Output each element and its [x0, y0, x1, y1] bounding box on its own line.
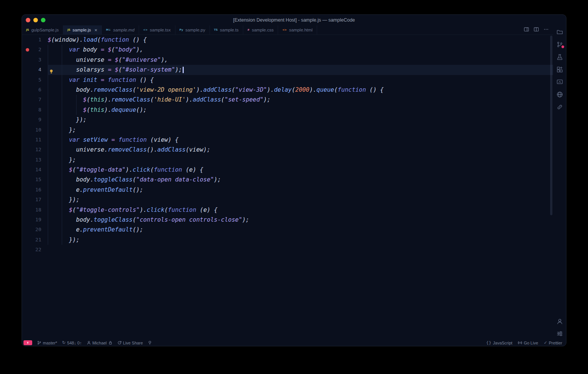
- code-line[interactable]: $(window).load(function () {: [48, 35, 553, 45]
- editor-line: 4solarsys = $("#solar-system");: [22, 65, 553, 75]
- code-line[interactable]: $("#toggle-data").click(function (e) {: [48, 165, 553, 175]
- code-line[interactable]: };: [48, 125, 553, 135]
- activity-test-beaker[interactable]: [555, 54, 564, 61]
- gutter[interactable]: 10: [22, 125, 48, 135]
- activity-extensions[interactable]: [555, 67, 564, 74]
- gutter[interactable]: 7: [22, 95, 48, 105]
- gutter[interactable]: 6: [22, 85, 48, 95]
- code-line[interactable]: };: [48, 155, 553, 165]
- status-item-session-probe[interactable]: [148, 341, 152, 345]
- status-label: Prettier: [549, 341, 562, 345]
- tab-sample.css[interactable]: #sample.css: [243, 25, 278, 34]
- tab-sample.js[interactable]: JSsample.js×: [63, 25, 102, 34]
- close-window-button[interactable]: [26, 18, 30, 22]
- gutter[interactable]: 11: [22, 135, 48, 145]
- code-line[interactable]: var setView = function (view) {: [48, 135, 553, 145]
- breakpoint-dot[interactable]: [26, 48, 29, 52]
- code-line[interactable]: var body = $("body"),: [48, 45, 553, 55]
- tab-sample.md[interactable]: M↓sample.md: [102, 25, 139, 34]
- tab-sample.html[interactable]: <>sample.html: [278, 25, 317, 34]
- activity-globe[interactable]: [555, 92, 564, 99]
- activity-explorer-folder[interactable]: [555, 29, 564, 36]
- code-line[interactable]: body.toggleClass("data-open data-close")…: [48, 175, 553, 185]
- status-item-user-michael[interactable]: Michael: [87, 341, 113, 345]
- sync-icon: ↻: [62, 341, 66, 345]
- activity-link[interactable]: [555, 104, 564, 111]
- gutter[interactable]: 18: [22, 205, 48, 215]
- gutter[interactable]: 5: [22, 75, 48, 85]
- tab-sample.tsx[interactable]: <>sample.tsx: [139, 25, 175, 34]
- code-line[interactable]: [48, 245, 553, 255]
- tab-gulpSample.js[interactable]: JSgulpSample.js: [22, 25, 63, 34]
- gutter[interactable]: 12: [22, 145, 48, 155]
- gutter[interactable]: 22: [22, 245, 48, 255]
- code-editor[interactable]: 1$(window).load(function () {2var body =…: [22, 35, 553, 340]
- gutter[interactable]: 17: [22, 195, 48, 205]
- gutter[interactable]: 8: [22, 105, 48, 115]
- status-item-git-sync[interactable]: ↻548↓ 0↑: [62, 341, 82, 345]
- code-line[interactable]: e.preventDefault();: [48, 225, 553, 235]
- activity-source-control[interactable]: [555, 42, 564, 49]
- activity-bar-top: [555, 29, 564, 111]
- gutter[interactable]: 14: [22, 165, 48, 175]
- gutter[interactable]: 3: [22, 55, 48, 65]
- toggle-layout-button[interactable]: [522, 26, 530, 34]
- gutter[interactable]: 4: [22, 65, 48, 75]
- code-line[interactable]: universe = $("#universe"),: [48, 55, 553, 65]
- code-line[interactable]: body.removeClass('view-2D opening').addC…: [48, 85, 553, 95]
- gutter[interactable]: 9: [22, 115, 48, 125]
- gutter[interactable]: 16: [22, 185, 48, 195]
- indent-guide-line: [48, 95, 48, 105]
- scrollbar-thumb[interactable]: [550, 36, 552, 215]
- status-item-live-share[interactable]: Live Share: [117, 341, 143, 345]
- code-token: };: [69, 127, 76, 133]
- activity-account[interactable]: [555, 319, 564, 325]
- code-line[interactable]: e.preventDefault();: [48, 185, 553, 195]
- code-token: function: [119, 136, 150, 143]
- zoom-window-button[interactable]: [41, 18, 45, 22]
- code-token: 'hide-UI': [154, 96, 186, 103]
- gutter[interactable]: 1: [22, 35, 48, 45]
- code-line[interactable]: $("#toggle-controls").click(function (e)…: [48, 205, 553, 215]
- minimize-window-button[interactable]: [33, 18, 38, 22]
- gutter[interactable]: 21: [22, 235, 48, 245]
- code-line[interactable]: });: [48, 235, 553, 245]
- tab-sample.ts[interactable]: TSsample.ts: [210, 25, 243, 34]
- gutter[interactable]: 19: [22, 215, 48, 225]
- code-token: (: [133, 86, 136, 93]
- status-item-remote-indicator[interactable]: [23, 340, 32, 345]
- split-editor-button[interactable]: [532, 26, 540, 34]
- gutter[interactable]: 2: [22, 45, 48, 55]
- code-line[interactable]: $(this).dequeue();: [48, 105, 553, 115]
- tab-sample.py[interactable]: Pysample.py: [175, 25, 210, 34]
- code-token: (: [119, 66, 122, 73]
- code-token: (: [87, 96, 90, 103]
- line-number: 4: [38, 65, 41, 75]
- status-item-language-javascript[interactable]: {}JavaScript: [486, 341, 512, 345]
- code-line[interactable]: universe.removeClass().addClass(view);: [48, 145, 553, 155]
- code-token: function: [168, 207, 200, 213]
- gutter[interactable]: 20: [22, 225, 48, 235]
- line-number: 14: [35, 165, 41, 175]
- code-line[interactable]: body.toggleClass("controls-open controls…: [48, 215, 553, 225]
- code-line[interactable]: solarsys = $("#solar-system");: [48, 65, 553, 75]
- gutter[interactable]: 15: [22, 175, 48, 185]
- code-line[interactable]: });: [48, 195, 553, 205]
- code-token: window: [55, 36, 76, 43]
- activity-remote-window[interactable]: [555, 79, 564, 86]
- status-item-go-live[interactable]: Go Live: [518, 341, 538, 345]
- close-tab-icon[interactable]: ×: [94, 27, 97, 33]
- code-token: e: [76, 226, 80, 233]
- code-line[interactable]: var init = function () {: [48, 75, 553, 85]
- code-line[interactable]: });: [48, 115, 553, 125]
- more-actions-button[interactable]: [542, 26, 550, 34]
- status-item-git-branch[interactable]: master*: [37, 341, 57, 345]
- title-bar[interactable]: [Extension Development Host] - sample.js…: [22, 15, 566, 25]
- status-item-prettier[interactable]: ✓Prettier: [544, 341, 562, 345]
- line-number: 2: [38, 45, 41, 55]
- react-icon: <>: [143, 29, 148, 31]
- gutter[interactable]: 13: [22, 155, 48, 165]
- code-line[interactable]: $(this).removeClass('hide-UI').addClass(…: [48, 95, 553, 105]
- activity-settings-sliders[interactable]: [555, 331, 564, 338]
- code-token: (: [150, 136, 154, 143]
